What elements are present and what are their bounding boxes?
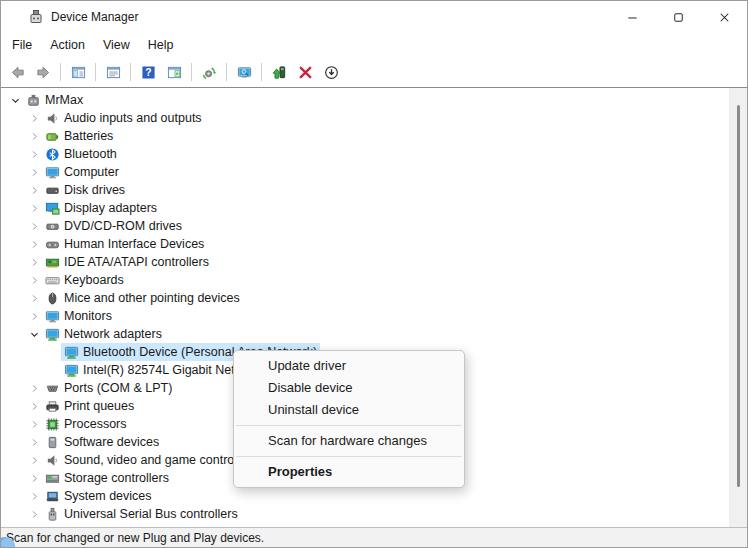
tree-item-batteries[interactable]: Batteries: [1, 127, 747, 145]
toolbar-remote-computer-button[interactable]: [232, 60, 256, 84]
toolbar-back-button[interactable]: [5, 60, 29, 84]
toolbar-action-pane-button[interactable]: [162, 60, 186, 84]
toolbar-help-button[interactable]: ?: [136, 60, 160, 84]
tree-item-content: System devices: [42, 487, 155, 505]
computer-icon: [25, 92, 41, 108]
chevron-collapsed-icon[interactable]: [26, 488, 42, 504]
context-menu-item-scan-for-hardware-changes[interactable]: Scan for hardware changes: [234, 430, 464, 452]
remote-monitor-icon: [236, 64, 252, 80]
tree-item-label: Sound, video and game controllers: [62, 453, 260, 467]
mouse-icon: [44, 290, 60, 306]
chevron-collapsed-icon[interactable]: [26, 254, 42, 270]
tree-item-label: System devices: [62, 489, 155, 503]
chevron-collapsed-icon[interactable]: [26, 218, 42, 234]
toolbar-uninstall-device-button[interactable]: [293, 60, 317, 84]
tree-item-label: Display adapters: [62, 201, 160, 215]
menu-help[interactable]: Help: [139, 35, 183, 55]
tree-item-audio-inputs-and-outputs[interactable]: Audio inputs and outputs: [1, 109, 747, 127]
minimize-button[interactable]: [609, 1, 655, 33]
uninstall-icon: [297, 64, 313, 80]
tree-item-universal-serial-bus-controllers[interactable]: Universal Serial Bus controllers: [1, 505, 747, 523]
network-adapter-icon: [63, 362, 79, 378]
monitor-icon: [44, 164, 60, 180]
speaker-icon: [44, 452, 60, 468]
toolbar-show-console-tree-button[interactable]: [66, 60, 90, 84]
menu-file[interactable]: File: [3, 35, 41, 55]
menu-view[interactable]: View: [94, 35, 139, 55]
tree-item-mrmax[interactable]: MrMax: [1, 91, 747, 109]
tree-item-label: Storage controllers: [62, 471, 172, 485]
chevron-collapsed-icon[interactable]: [26, 506, 42, 522]
tree-item-keyboards[interactable]: Keyboards: [1, 271, 747, 289]
tree-item-content: Display adapters: [42, 199, 160, 217]
tree-item-mice-and-other-pointing-devices[interactable]: Mice and other pointing devices: [1, 289, 747, 307]
printer-icon: [44, 398, 60, 414]
chevron-collapsed-icon[interactable]: [26, 164, 42, 180]
keyboard-icon: [44, 272, 60, 288]
chevron-collapsed-icon[interactable]: [26, 290, 42, 306]
close-icon: [716, 9, 732, 25]
toolbar-disable-device-button[interactable]: [319, 60, 343, 84]
menu-action[interactable]: Action: [41, 35, 94, 55]
tree-item-network-adapters[interactable]: Network adapters: [1, 325, 747, 343]
chevron-collapsed-icon[interactable]: [26, 434, 42, 450]
network-adapter-icon: [44, 326, 60, 342]
maximize-icon: [670, 9, 686, 25]
tree-item-content: Universal Serial Bus controllers: [42, 505, 241, 523]
tree-item-disk-drives[interactable]: Disk drives: [1, 181, 747, 199]
status-bar: Scan for changed or new Plug and Play de…: [1, 527, 747, 547]
context-menu-item-properties[interactable]: Properties: [234, 461, 464, 483]
tree-item-content: Processors: [42, 415, 130, 433]
vertical-scrollbar[interactable]: [729, 88, 747, 527]
tree-item-dvd-cd-rom-drives[interactable]: DVD/CD-ROM drives: [1, 217, 747, 235]
tree-item-bluetooth[interactable]: Bluetooth: [1, 145, 747, 163]
chevron-collapsed-icon[interactable]: [26, 200, 42, 216]
toolbar-scan-for-hardware-changes-button[interactable]: [197, 60, 221, 84]
tree-item-label: Monitors: [62, 309, 115, 323]
tree-item-content: Human Interface Devices: [42, 235, 207, 253]
toolbar-update-driver-button[interactable]: [267, 60, 291, 84]
chevron-expanded-icon[interactable]: [7, 92, 23, 108]
maximize-button[interactable]: [655, 1, 701, 33]
chevron-collapsed-icon[interactable]: [26, 146, 42, 162]
context-menu-item-update-driver[interactable]: Update driver: [234, 355, 464, 377]
software-device-icon: [44, 434, 60, 450]
tree-item-system-devices[interactable]: System devices: [1, 487, 747, 505]
context-menu-separator: [236, 456, 462, 457]
context-menu-separator: [236, 425, 462, 426]
chevron-collapsed-icon[interactable]: [26, 380, 42, 396]
tree-item-monitors[interactable]: Monitors: [1, 307, 747, 325]
bluetooth-icon: [44, 146, 60, 162]
context-menu-item-disable-device[interactable]: Disable device: [234, 377, 464, 399]
toolbar-properties-button[interactable]: [101, 60, 125, 84]
tree-item-display-adapters[interactable]: Display adapters: [1, 199, 747, 217]
scrollbar-thumb[interactable]: [737, 105, 740, 487]
tree-item-ide-ata-atapi-controllers[interactable]: IDE ATA/ATAPI controllers: [1, 253, 747, 271]
chevron-collapsed-icon[interactable]: [26, 182, 42, 198]
chevron-collapsed-icon[interactable]: [26, 470, 42, 486]
tree-item-label: IDE ATA/ATAPI controllers: [62, 255, 212, 269]
chevron-expanded-icon[interactable]: [26, 326, 42, 342]
disk-icon: [44, 182, 60, 198]
context-menu-item-uninstall-device[interactable]: Uninstall device: [234, 399, 464, 421]
chevron-collapsed-icon[interactable]: [26, 236, 42, 252]
chevron-collapsed-icon[interactable]: [26, 128, 42, 144]
toolbar: ?: [1, 57, 747, 88]
tree-item-label: Computer: [62, 165, 122, 179]
chevron-collapsed-icon[interactable]: [26, 398, 42, 414]
close-button[interactable]: [701, 1, 747, 33]
chevron-collapsed-icon[interactable]: [26, 272, 42, 288]
chevron-collapsed-icon[interactable]: [26, 110, 42, 126]
chevron-collapsed-icon[interactable]: [26, 452, 42, 468]
window-controls: [609, 1, 747, 33]
tree-item-computer[interactable]: Computer: [1, 163, 747, 181]
tree-item-content: Monitors: [42, 307, 115, 325]
update-driver-icon: [271, 64, 287, 80]
chevron-collapsed-icon[interactable]: [26, 416, 42, 432]
tree-item-content: MrMax: [23, 91, 86, 109]
chevron-collapsed-icon[interactable]: [26, 308, 42, 324]
toolbar-separator: [130, 63, 131, 81]
tree-item-content: Storage controllers: [42, 469, 172, 487]
toolbar-forward-button[interactable]: [31, 60, 55, 84]
tree-item-human-interface-devices[interactable]: Human Interface Devices: [1, 235, 747, 253]
